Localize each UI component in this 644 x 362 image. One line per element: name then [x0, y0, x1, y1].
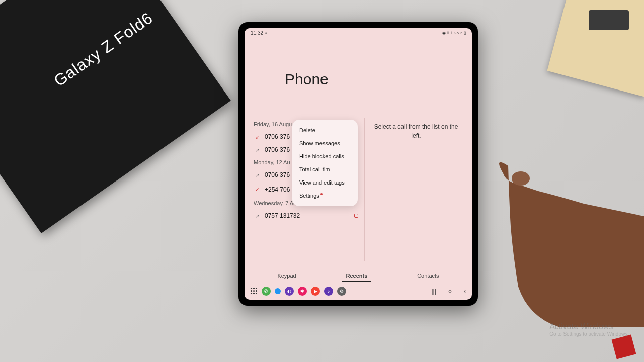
- call-number: 0757 131732: [265, 212, 350, 219]
- status-time: 11:32: [251, 30, 263, 36]
- svg-point-0: [512, 171, 530, 186]
- menu-show-messages[interactable]: Show messages: [292, 137, 358, 150]
- phone-app-icon[interactable]: ✆: [262, 287, 271, 296]
- outgoing-call-icon: ↗: [254, 171, 261, 178]
- phone-device-frame: 11:32 ▫ ◉ ⫴ ⫴ 25% ▯ Phone Friday, 16 Aug…: [238, 22, 478, 306]
- options-menu: Delete Show messages Hide blocked calls …: [292, 120, 358, 206]
- missed-call-icon: ↙: [254, 133, 261, 140]
- bottom-tabs: Keypad Recents Contacts: [245, 266, 472, 284]
- settings-app-icon[interactable]: ⚙: [337, 287, 346, 296]
- menu-delete[interactable]: Delete: [292, 124, 358, 137]
- app-header: Phone: [245, 38, 472, 118]
- nav-recents[interactable]: |||: [431, 288, 436, 295]
- windows-watermark: Activate Windows Go to Settings to activ…: [549, 322, 629, 337]
- video-call-icon: [354, 214, 358, 218]
- music-app-icon[interactable]: ♪: [324, 287, 333, 296]
- empty-state-text: Select a call from the list on the left.: [370, 122, 462, 140]
- wifi-icon: ◉: [442, 31, 446, 35]
- nav-back[interactable]: ‹: [464, 288, 466, 295]
- app-drawer-icon[interactable]: [251, 288, 258, 295]
- outgoing-call-icon: ↗: [254, 212, 261, 219]
- nav-home[interactable]: ○: [448, 288, 452, 295]
- menu-view-tags[interactable]: View and edit tags: [292, 176, 358, 189]
- detail-pane: Select a call from the list on the left.: [360, 118, 472, 266]
- page-title: Phone: [285, 71, 472, 88]
- menu-settings[interactable]: Settings: [292, 189, 358, 202]
- battery-percentage: 25%: [454, 31, 462, 35]
- browser-app-icon[interactable]: ◐: [285, 287, 294, 296]
- outgoing-call-icon: ↗: [254, 146, 261, 153]
- menu-hide-blocked[interactable]: Hide blocked calls: [292, 150, 358, 163]
- phone-screen: 11:32 ▫ ◉ ⫴ ⫴ 25% ▯ Phone Friday, 16 Aug…: [245, 28, 472, 300]
- messages-app-icon[interactable]: [275, 288, 281, 294]
- calendar-icon: ▫: [265, 30, 267, 36]
- gallery-app-icon[interactable]: ✱: [298, 287, 307, 296]
- pane-divider: [364, 118, 365, 261]
- status-bar: 11:32 ▫ ◉ ⫴ ⫴ 25% ▯: [245, 28, 472, 38]
- background-hinge: [589, 10, 629, 30]
- main-content: Friday, 16 Augu ↙ 0706 376 ↗ 0706 376 Mo…: [245, 118, 472, 266]
- missed-call-icon: ↙: [254, 186, 261, 193]
- system-taskbar: ✆ ◐ ✱ ▶ ♪ ⚙ ||| ○ ‹: [245, 284, 472, 300]
- signal-icon-2: ⫴: [451, 31, 453, 36]
- youtube-app-icon[interactable]: ▶: [311, 287, 320, 296]
- signal-icon: ⫴: [447, 31, 449, 36]
- tab-keypad[interactable]: Keypad: [273, 270, 300, 282]
- tab-contacts[interactable]: Contacts: [413, 270, 443, 282]
- tab-recents[interactable]: Recents: [342, 270, 372, 282]
- call-timestamp: [354, 214, 358, 218]
- menu-total-time[interactable]: Total call tim: [292, 163, 358, 176]
- call-item[interactable]: ↗ 0757 131732: [254, 209, 360, 222]
- channel-badge: [612, 335, 636, 359]
- battery-icon: ▯: [464, 31, 466, 35]
